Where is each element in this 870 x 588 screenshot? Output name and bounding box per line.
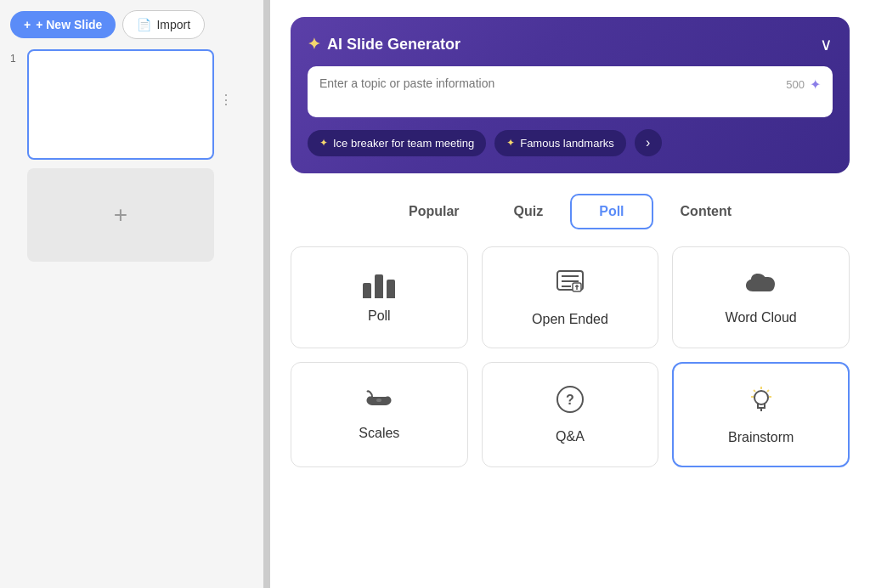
main-content: ✦ AI Slide Generator ∨ 500 ✦ ✦ Ice break… — [270, 0, 870, 588]
tab-popular[interactable]: Popular — [381, 195, 487, 228]
qa-label: Q&A — [556, 429, 585, 444]
slide-type-poll[interactable]: Poll — [291, 246, 468, 348]
sidebar-header: + + New Slide 📄 Import — [10, 10, 253, 39]
svg-line-14 — [767, 390, 769, 392]
qa-icon: ? — [554, 383, 586, 419]
poll-icon — [363, 268, 395, 298]
slide-item-1: 1 ⋮ — [10, 49, 253, 160]
import-icon: 📄 — [137, 18, 151, 31]
svg-line-13 — [754, 390, 755, 392]
slide-options-icon[interactable]: ⋮ — [219, 92, 233, 108]
slide-list: 1 ⋮ + — [10, 49, 253, 262]
scales-icon — [360, 383, 398, 416]
ai-panel-header: ✦ AI Slide Generator ∨ — [308, 34, 833, 54]
ai-input-container: 500 ✦ — [308, 66, 833, 117]
ai-panel-title-text: AI Slide Generator — [327, 36, 460, 54]
slide-type-open-ended[interactable]: Open Ended — [482, 246, 659, 348]
import-label: Import — [156, 18, 190, 31]
new-slide-label: + New Slide — [36, 18, 102, 31]
chip-sparkle-icon-1: ✦ — [319, 137, 328, 149]
svg-point-7 — [376, 399, 381, 402]
tab-quiz-label: Quiz — [514, 204, 544, 218]
slide-number-1: 1 — [10, 53, 22, 65]
open-ended-label: Open Ended — [532, 312, 608, 327]
svg-point-10 — [754, 391, 768, 404]
svg-text:?: ? — [566, 393, 574, 407]
tab-poll-label: Poll — [599, 204, 624, 218]
ai-input-meta: 500 ✦ — [786, 76, 821, 93]
char-limit: 500 — [786, 78, 805, 91]
brainstorm-label: Brainstorm — [728, 430, 794, 445]
ai-generate-icon[interactable]: ✦ — [810, 76, 821, 93]
tab-content[interactable]: Content — [653, 195, 759, 228]
suggestion-label-1: Ice breaker for team meeting — [333, 137, 474, 150]
chevron-right-icon: › — [646, 135, 650, 150]
add-icon: + — [114, 201, 127, 229]
slide-types-grid: Poll Open Ended — [291, 246, 850, 467]
slide-type-tabs: Popular Quiz Poll Content — [291, 194, 850, 229]
tab-poll[interactable]: Poll — [570, 194, 652, 229]
suggestion-chip-2[interactable]: ✦ Famous landmarks — [494, 130, 626, 156]
slide-thumbnail-1[interactable] — [27, 49, 214, 160]
open-ended-icon — [554, 268, 586, 302]
chevron-down-icon[interactable]: ∨ — [820, 34, 833, 54]
tab-popular-label: Popular — [409, 204, 460, 218]
ai-slide-generator-panel: ✦ AI Slide Generator ∨ 500 ✦ ✦ Ice break… — [291, 17, 850, 173]
word-cloud-label: Word Cloud — [726, 310, 797, 325]
sidebar-divider — [263, 0, 270, 588]
import-button[interactable]: 📄 Import — [122, 10, 205, 39]
slide-type-scales[interactable]: Scales — [291, 362, 468, 467]
add-slide-button[interactable]: + — [27, 168, 214, 262]
sidebar: + + New Slide 📄 Import 1 ⋮ + — [0, 0, 263, 588]
slide-type-word-cloud[interactable]: Word Cloud — [672, 246, 850, 348]
word-cloud-icon — [743, 268, 780, 300]
new-slide-button[interactable]: + + New Slide — [10, 11, 116, 38]
poll-label: Poll — [368, 308, 391, 324]
suggestion-label-2: Famous landmarks — [520, 137, 614, 150]
brainstorm-icon — [745, 384, 777, 420]
chip-sparkle-icon-2: ✦ — [506, 137, 515, 149]
tab-content-label: Content — [681, 204, 732, 218]
plus-icon: + — [24, 18, 31, 31]
suggestion-chip-1[interactable]: ✦ Ice breaker for team meeting — [308, 130, 486, 156]
slide-type-qa[interactable]: ? Q&A — [482, 362, 659, 467]
sparkle-icon: ✦ — [308, 35, 320, 54]
ai-panel-title: ✦ AI Slide Generator — [308, 35, 460, 54]
ai-topic-input[interactable] — [319, 76, 786, 104]
ai-suggestions: ✦ Ice breaker for team meeting ✦ Famous … — [308, 129, 833, 156]
scales-label: Scales — [359, 426, 399, 441]
slide-type-brainstorm[interactable]: Brainstorm — [672, 362, 850, 467]
tab-quiz[interactable]: Quiz — [487, 195, 571, 228]
more-suggestions-button[interactable]: › — [635, 129, 662, 156]
